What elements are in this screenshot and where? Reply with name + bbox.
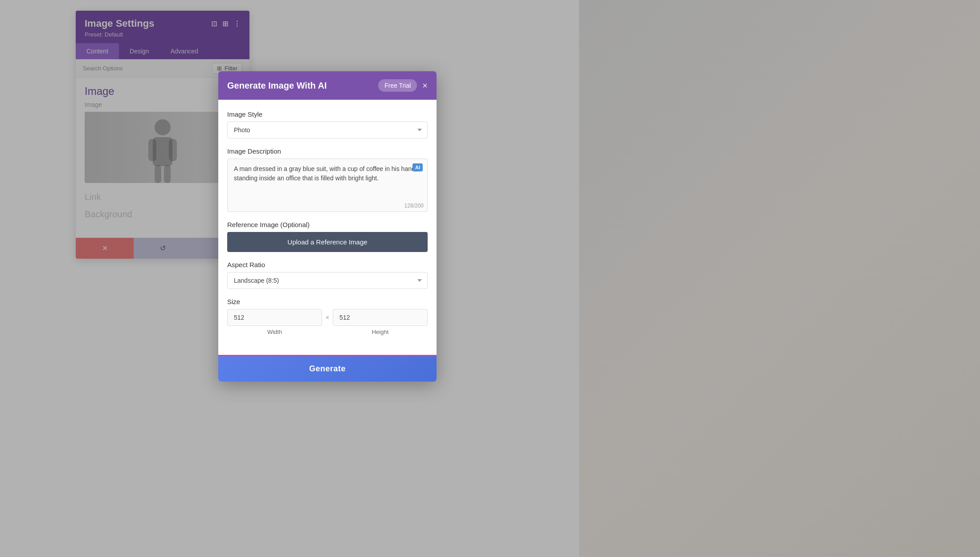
size-row: × xyxy=(227,309,428,326)
modal-header-right: Free Trial × xyxy=(378,79,428,92)
aspect-ratio-label: Aspect Ratio xyxy=(227,261,428,268)
size-spacer xyxy=(322,329,333,335)
modal-body: Image Style Photo Illustration Painting … xyxy=(218,100,437,355)
width-label: Width xyxy=(227,329,322,335)
modal-header: Generate Image With AI Free Trial × xyxy=(218,71,437,100)
image-style-label: Image Style xyxy=(227,110,428,118)
width-input[interactable] xyxy=(227,309,322,326)
image-description-textarea[interactable]: A man dressed in a gray blue suit, with … xyxy=(228,159,427,199)
aspect-ratio-group: Aspect Ratio Landscape (8:5) Portrait (5… xyxy=(227,261,428,289)
char-count: 128/200 xyxy=(228,201,427,211)
height-label: Height xyxy=(333,329,428,335)
generate-button[interactable]: Generate xyxy=(218,356,437,382)
modal-overlay[interactable] xyxy=(0,0,980,557)
height-input[interactable] xyxy=(333,309,428,326)
size-group: Size × Width Height xyxy=(227,298,428,335)
reference-image-group: Reference Image (Optional) Upload a Refe… xyxy=(227,221,428,252)
image-description-label: Image Description xyxy=(227,147,428,155)
image-style-group: Image Style Photo Illustration Painting … xyxy=(227,110,428,138)
generate-image-modal: Generate Image With AI Free Trial × Imag… xyxy=(218,71,437,382)
aspect-ratio-select[interactable]: Landscape (8:5) Portrait (5:8) Square (1… xyxy=(227,272,428,289)
size-label: Size xyxy=(227,298,428,305)
image-style-select[interactable]: Photo Illustration Painting 3D Sketch xyxy=(227,122,428,138)
ai-badge: AI xyxy=(412,163,423,171)
textarea-wrapper: A man dressed in a gray blue suit, with … xyxy=(227,159,428,212)
free-trial-badge: Free Trial xyxy=(378,79,417,92)
reference-image-label: Reference Image (Optional) xyxy=(227,221,428,228)
modal-title: Generate Image With AI xyxy=(227,81,327,91)
modal-footer: Generate xyxy=(218,355,437,382)
image-description-group: Image Description A man dressed in a gra… xyxy=(227,147,428,212)
size-x-separator: × xyxy=(326,314,329,321)
upload-reference-button[interactable]: Upload a Reference Image xyxy=(227,232,428,252)
modal-close-button[interactable]: × xyxy=(422,81,428,90)
size-labels: Width Height xyxy=(227,329,428,335)
